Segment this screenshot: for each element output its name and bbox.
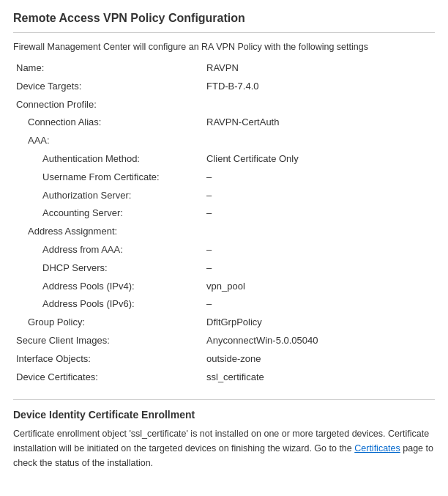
table-row: Address Pools (IPv6):– xyxy=(13,295,435,314)
table-row: Name:RAVPN xyxy=(13,59,435,78)
table-row: Address from AAA:– xyxy=(13,241,435,259)
field-value xyxy=(204,223,435,241)
field-value: – xyxy=(204,241,435,259)
field-label: Interface Objects: xyxy=(13,350,204,369)
field-label: Address Assignment: xyxy=(13,223,204,241)
field-value: – xyxy=(204,204,435,223)
page-title: Remote Access VPN Policy Configuration xyxy=(13,12,435,33)
field-value: ssl_certificate xyxy=(204,369,435,387)
field-value: – xyxy=(204,259,435,278)
table-row: Username From Certificate:– xyxy=(13,169,435,187)
field-label: Accounting Server: xyxy=(13,204,204,223)
field-value: – xyxy=(204,169,435,187)
field-label: Name: xyxy=(13,59,204,78)
field-value: – xyxy=(204,187,435,205)
field-value xyxy=(204,132,435,150)
field-value: DfltGrpPolicy xyxy=(204,314,435,332)
table-row: Device Certificates:ssl_certificate xyxy=(13,369,435,387)
table-row: Address Pools (IPv4):vpn_pool xyxy=(13,278,435,296)
table-row: Connection Profile: xyxy=(13,96,435,114)
table-row: Interface Objects:outside-zone xyxy=(13,350,435,369)
table-row: AAA: xyxy=(13,132,435,150)
table-row: Connection Alias:RAVPN-CertAuth xyxy=(13,114,435,132)
table-row: Authentication Method:Client Certificate… xyxy=(13,150,435,169)
field-label: Address from AAA: xyxy=(13,241,204,259)
field-label: Connection Profile: xyxy=(13,96,204,114)
field-value: RAVPN xyxy=(204,59,435,78)
table-row: Group Policy:DfltGrpPolicy xyxy=(13,314,435,332)
table-row: Device Targets:FTD-B-7.4.0 xyxy=(13,78,435,96)
field-label: DHCP Servers: xyxy=(13,259,204,278)
config-table: Name:RAVPNDevice Targets:FTD-B-7.4.0Conn… xyxy=(13,59,435,386)
cert-description: Certificate enrollment object 'ssl_certi… xyxy=(13,426,435,470)
field-label: Address Pools (IPv4): xyxy=(13,278,204,296)
field-label: Secure Client Images: xyxy=(13,332,204,350)
field-label: Address Pools (IPv6): xyxy=(13,295,204,314)
table-row: Address Assignment: xyxy=(13,223,435,241)
field-value: outside-zone xyxy=(204,350,435,369)
page-wrapper: Remote Access VPN Policy Configuration F… xyxy=(0,0,448,482)
field-value: FTD-B-7.4.0 xyxy=(204,78,435,96)
table-row: DHCP Servers:– xyxy=(13,259,435,278)
field-label: Group Policy: xyxy=(13,314,204,332)
field-label: Connection Alias: xyxy=(13,114,204,132)
field-value: vpn_pool xyxy=(204,278,435,296)
section2-title: Device Identity Certificate Enrollment xyxy=(13,409,435,421)
certificates-link[interactable]: Certificates xyxy=(354,443,400,454)
field-label: Device Targets: xyxy=(13,78,204,96)
field-label: Username From Certificate: xyxy=(13,169,204,187)
section-divider xyxy=(13,399,435,400)
intro-text: Firewall Management Center will configur… xyxy=(13,42,435,52)
field-value: Client Certificate Only xyxy=(204,150,435,169)
field-value: RAVPN-CertAuth xyxy=(204,114,435,132)
table-row: Secure Client Images:AnyconnectWin-5.0.0… xyxy=(13,332,435,350)
table-row: Authorization Server:– xyxy=(13,187,435,205)
field-label: Authorization Server: xyxy=(13,187,204,205)
field-value xyxy=(204,96,435,114)
field-label: Device Certificates: xyxy=(13,369,204,387)
field-value: – xyxy=(204,295,435,314)
table-row: Accounting Server:– xyxy=(13,204,435,223)
field-value: AnyconnectWin-5.0.05040 xyxy=(204,332,435,350)
field-label: AAA: xyxy=(13,132,204,150)
field-label: Authentication Method: xyxy=(13,150,204,169)
